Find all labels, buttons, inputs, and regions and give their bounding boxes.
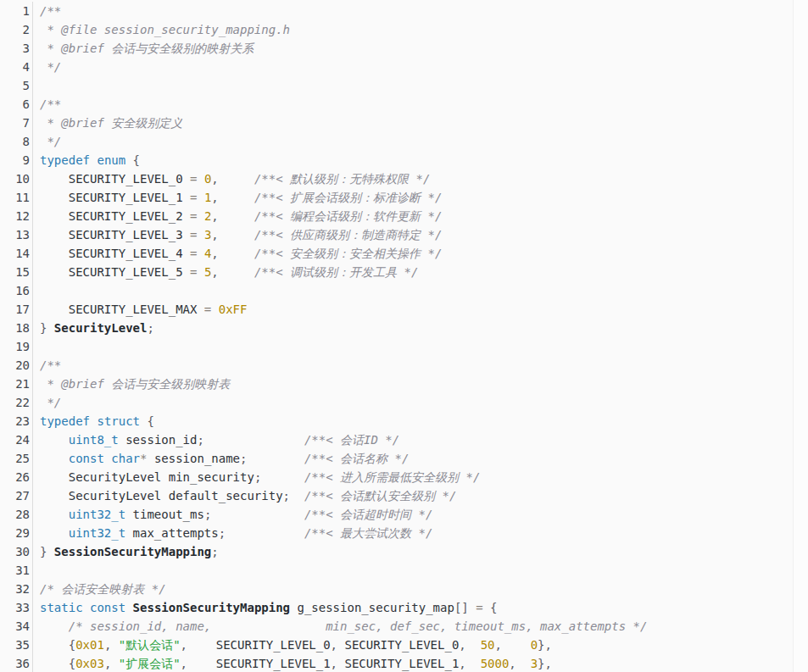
code-token: [502, 638, 531, 652]
code-token: ,: [211, 209, 218, 223]
line-number[interactable]: 8: [0, 132, 33, 151]
code-token: []: [454, 601, 469, 614]
line-number[interactable]: 9: [0, 151, 33, 169]
code-token: /**< 最大尝试次数 */: [304, 526, 432, 540]
code-line: 7 * @brief 安全级别定义: [0, 114, 808, 132]
code-text: /**: [40, 356, 61, 375]
line-number[interactable]: 22: [0, 393, 33, 412]
code-token: SECURITY_LEVEL_1: [40, 191, 183, 204]
code-token: ,: [459, 657, 465, 670]
code-token: enum: [97, 153, 125, 167]
line-number[interactable]: 26: [0, 468, 33, 486]
line-number[interactable]: 14: [0, 244, 33, 263]
line-number[interactable]: 28: [0, 505, 33, 524]
line-number[interactable]: 4: [0, 58, 33, 76]
code-token: =: [183, 209, 204, 223]
code-token: ;: [211, 545, 218, 558]
code-text: * @brief 安全级别定义: [40, 114, 182, 132]
code-text: typedef struct {: [40, 412, 154, 430]
line-number[interactable]: 21: [0, 375, 33, 393]
line-number[interactable]: 15: [0, 263, 33, 281]
code-token: ,: [211, 247, 218, 260]
line-number[interactable]: 17: [0, 300, 33, 319]
line-number[interactable]: 10: [0, 169, 33, 188]
line-number[interactable]: 18: [0, 319, 33, 337]
line-number[interactable]: 5: [0, 76, 33, 95]
code-token: [261, 470, 304, 484]
code-token: SessionSecurityMapping: [133, 601, 290, 614]
line-number[interactable]: 35: [0, 636, 33, 654]
code-token: /**< 编程会话级别：软件更新 */: [254, 209, 442, 223]
line-number[interactable]: 36: [0, 654, 33, 672]
code-line: 1/**: [0, 2, 808, 20]
code-token: /* 会话安全映射表 */: [40, 582, 166, 596]
code-token: =: [197, 303, 218, 316]
code-token: typedef: [40, 153, 90, 167]
code-token: /**< 默认级别：无特殊权限 */: [254, 172, 430, 186]
code-token: /**< 会话超时时间 */: [304, 508, 432, 521]
line-number[interactable]: 1: [0, 2, 33, 20]
code-token: /**< 进入所需最低安全级别 */: [304, 470, 480, 484]
line-number[interactable]: 11: [0, 188, 33, 207]
line-number[interactable]: 31: [0, 561, 33, 580]
code-token: =: [183, 265, 204, 279]
code-token: [40, 452, 69, 465]
code-text: SecurityLevel min_security; /**< 进入所需最低安…: [40, 468, 480, 486]
line-number[interactable]: 16: [0, 281, 33, 300]
code-token: [40, 526, 69, 540]
line-number[interactable]: 30: [0, 542, 33, 561]
code-token: [219, 209, 254, 223]
code-lines: 1/**2 * @file session_security_mapping.h…: [0, 0, 808, 672]
code-viewer: 1/**2 * @file session_security_mapping.h…: [0, 0, 808, 672]
code-line: 18} SecurityLevel;: [0, 319, 808, 337]
code-token: /**< 安全级别：安全相关操作 */: [254, 247, 442, 260]
code-text: } SecurityLevel;: [40, 319, 154, 337]
code-token: struct: [97, 414, 140, 428]
code-line: 27 SecurityLevel default_security; /**< …: [0, 486, 808, 505]
code-token: g_session_security_map: [290, 601, 454, 614]
line-number[interactable]: 2: [0, 20, 33, 39]
code-line: 11 SECURITY_LEVEL_1 = 1, /**< 扩展会话级别：标准诊…: [0, 188, 808, 207]
line-number[interactable]: 32: [0, 580, 33, 598]
code-token: /**: [40, 4, 61, 18]
line-number[interactable]: 7: [0, 114, 33, 132]
line-number[interactable]: 34: [0, 617, 33, 636]
line-number[interactable]: 24: [0, 430, 33, 449]
code-token: 0x03: [75, 657, 104, 670]
line-number[interactable]: 25: [0, 449, 33, 468]
scrollbar[interactable]: [793, 0, 808, 672]
code-token: {: [40, 638, 75, 652]
code-line: 13 SECURITY_LEVEL_3 = 3, /**< 供应商级别：制造商特…: [0, 225, 808, 244]
code-text: } SessionSecurityMapping;: [40, 542, 219, 561]
line-number[interactable]: 12: [0, 207, 33, 225]
code-token: SecurityLevel min_security: [40, 470, 254, 484]
code-line: 30} SessionSecurityMapping;: [0, 542, 808, 561]
line-number[interactable]: 6: [0, 95, 33, 114]
line-number[interactable]: 3: [0, 39, 33, 58]
code-text: */: [40, 132, 61, 151]
code-line: 8 */: [0, 132, 808, 151]
line-number[interactable]: 23: [0, 412, 33, 430]
code-text: uint32_t max_attempts; /**< 最大尝试次数 */: [40, 524, 432, 542]
line-number[interactable]: 20: [0, 356, 33, 375]
code-token: /**: [40, 358, 61, 372]
code-line: 22 */: [0, 393, 808, 412]
code-line: 28 uint32_t timeout_ms; /**< 会话超时时间 */: [0, 505, 808, 524]
code-token: SECURITY_LEVEL_1: [187, 657, 331, 670]
code-token: /* session_id, name, min_sec, def_sec, t…: [40, 619, 647, 633]
code-line: 29 uint32_t max_attempts; /**< 最大尝试次数 */: [0, 524, 808, 542]
code-token: [226, 526, 304, 540]
code-token: max_attempts: [125, 526, 219, 540]
code-token: /**< 会话名称 */: [304, 452, 409, 465]
code-token: [466, 638, 481, 652]
code-line: 21 * @brief 会话与安全级别映射表: [0, 375, 808, 393]
line-number[interactable]: 19: [0, 337, 33, 356]
line-number[interactable]: 29: [0, 524, 33, 542]
code-token: ;: [283, 489, 290, 503]
line-number[interactable]: 27: [0, 486, 33, 505]
code-token: /**< 调试级别：开发工具 */: [254, 265, 418, 279]
code-token: ;: [197, 433, 203, 447]
code-line: 19: [0, 337, 808, 356]
line-number[interactable]: 33: [0, 598, 33, 617]
line-number[interactable]: 13: [0, 225, 33, 244]
